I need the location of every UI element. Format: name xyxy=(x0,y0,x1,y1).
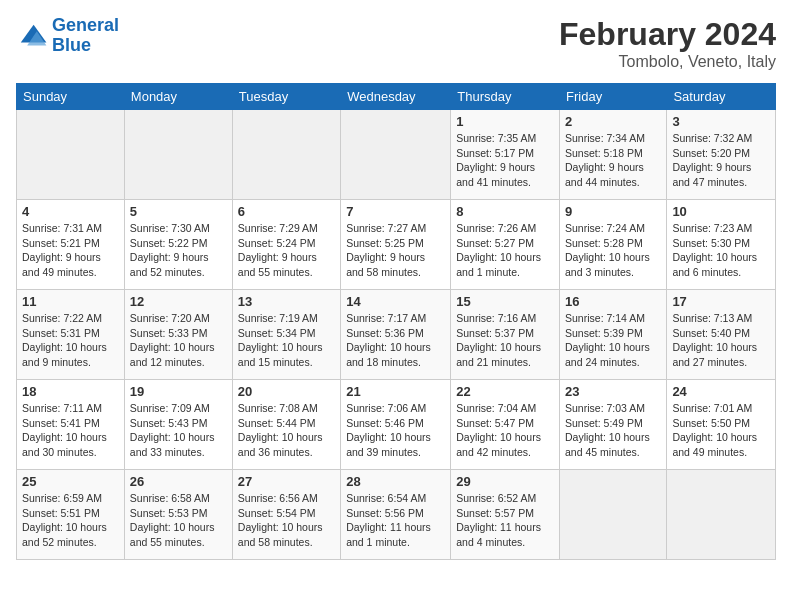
day-number: 2 xyxy=(565,114,661,129)
calendar-cell: 29Sunrise: 6:52 AMSunset: 5:57 PMDayligh… xyxy=(451,470,560,560)
day-number: 9 xyxy=(565,204,661,219)
calendar-cell: 17Sunrise: 7:13 AMSunset: 5:40 PMDayligh… xyxy=(667,290,776,380)
day-number: 12 xyxy=(130,294,227,309)
day-number: 20 xyxy=(238,384,335,399)
day-info: Sunrise: 7:16 AMSunset: 5:37 PMDaylight:… xyxy=(456,311,554,370)
day-number: 6 xyxy=(238,204,335,219)
calendar-cell: 5Sunrise: 7:30 AMSunset: 5:22 PMDaylight… xyxy=(124,200,232,290)
day-number: 19 xyxy=(130,384,227,399)
title-block: February 2024 Tombolo, Veneto, Italy xyxy=(559,16,776,71)
day-number: 4 xyxy=(22,204,119,219)
day-info: Sunrise: 7:35 AMSunset: 5:17 PMDaylight:… xyxy=(456,131,554,190)
location: Tombolo, Veneto, Italy xyxy=(559,53,776,71)
day-number: 23 xyxy=(565,384,661,399)
day-info: Sunrise: 7:01 AMSunset: 5:50 PMDaylight:… xyxy=(672,401,770,460)
calendar-cell xyxy=(560,470,667,560)
day-info: Sunrise: 6:59 AMSunset: 5:51 PMDaylight:… xyxy=(22,491,119,550)
calendar-cell: 2Sunrise: 7:34 AMSunset: 5:18 PMDaylight… xyxy=(560,110,667,200)
calendar-cell: 24Sunrise: 7:01 AMSunset: 5:50 PMDayligh… xyxy=(667,380,776,470)
day-number: 28 xyxy=(346,474,445,489)
logo-line2: Blue xyxy=(52,35,91,55)
calendar-cell: 20Sunrise: 7:08 AMSunset: 5:44 PMDayligh… xyxy=(232,380,340,470)
day-number: 16 xyxy=(565,294,661,309)
calendar-cell xyxy=(124,110,232,200)
day-number: 8 xyxy=(456,204,554,219)
day-number: 13 xyxy=(238,294,335,309)
weekday-header-friday: Friday xyxy=(560,84,667,110)
day-info: Sunrise: 7:20 AMSunset: 5:33 PMDaylight:… xyxy=(130,311,227,370)
weekday-header-wednesday: Wednesday xyxy=(341,84,451,110)
calendar-week-4: 18Sunrise: 7:11 AMSunset: 5:41 PMDayligh… xyxy=(17,380,776,470)
day-info: Sunrise: 7:03 AMSunset: 5:49 PMDaylight:… xyxy=(565,401,661,460)
calendar-cell: 4Sunrise: 7:31 AMSunset: 5:21 PMDaylight… xyxy=(17,200,125,290)
day-number: 7 xyxy=(346,204,445,219)
day-number: 29 xyxy=(456,474,554,489)
day-info: Sunrise: 7:24 AMSunset: 5:28 PMDaylight:… xyxy=(565,221,661,280)
day-number: 18 xyxy=(22,384,119,399)
day-info: Sunrise: 7:13 AMSunset: 5:40 PMDaylight:… xyxy=(672,311,770,370)
day-number: 3 xyxy=(672,114,770,129)
weekday-header-tuesday: Tuesday xyxy=(232,84,340,110)
day-number: 11 xyxy=(22,294,119,309)
calendar-cell: 25Sunrise: 6:59 AMSunset: 5:51 PMDayligh… xyxy=(17,470,125,560)
day-info: Sunrise: 7:04 AMSunset: 5:47 PMDaylight:… xyxy=(456,401,554,460)
day-number: 26 xyxy=(130,474,227,489)
day-info: Sunrise: 7:22 AMSunset: 5:31 PMDaylight:… xyxy=(22,311,119,370)
calendar-cell: 22Sunrise: 7:04 AMSunset: 5:47 PMDayligh… xyxy=(451,380,560,470)
calendar-cell: 14Sunrise: 7:17 AMSunset: 5:36 PMDayligh… xyxy=(341,290,451,380)
calendar-cell xyxy=(667,470,776,560)
day-info: Sunrise: 7:09 AMSunset: 5:43 PMDaylight:… xyxy=(130,401,227,460)
calendar-cell: 8Sunrise: 7:26 AMSunset: 5:27 PMDaylight… xyxy=(451,200,560,290)
day-info: Sunrise: 7:31 AMSunset: 5:21 PMDaylight:… xyxy=(22,221,119,280)
day-number: 25 xyxy=(22,474,119,489)
day-number: 17 xyxy=(672,294,770,309)
calendar-body: 1Sunrise: 7:35 AMSunset: 5:17 PMDaylight… xyxy=(17,110,776,560)
day-info: Sunrise: 7:30 AMSunset: 5:22 PMDaylight:… xyxy=(130,221,227,280)
day-info: Sunrise: 7:27 AMSunset: 5:25 PMDaylight:… xyxy=(346,221,445,280)
calendar-week-1: 1Sunrise: 7:35 AMSunset: 5:17 PMDaylight… xyxy=(17,110,776,200)
weekday-header-thursday: Thursday xyxy=(451,84,560,110)
weekday-row: SundayMondayTuesdayWednesdayThursdayFrid… xyxy=(17,84,776,110)
day-info: Sunrise: 7:29 AMSunset: 5:24 PMDaylight:… xyxy=(238,221,335,280)
calendar-cell xyxy=(232,110,340,200)
calendar-week-2: 4Sunrise: 7:31 AMSunset: 5:21 PMDaylight… xyxy=(17,200,776,290)
calendar-cell: 9Sunrise: 7:24 AMSunset: 5:28 PMDaylight… xyxy=(560,200,667,290)
day-number: 24 xyxy=(672,384,770,399)
calendar-cell: 23Sunrise: 7:03 AMSunset: 5:49 PMDayligh… xyxy=(560,380,667,470)
logo: General Blue xyxy=(16,16,119,56)
day-info: Sunrise: 6:56 AMSunset: 5:54 PMDaylight:… xyxy=(238,491,335,550)
calendar-cell: 6Sunrise: 7:29 AMSunset: 5:24 PMDaylight… xyxy=(232,200,340,290)
day-number: 14 xyxy=(346,294,445,309)
weekday-header-saturday: Saturday xyxy=(667,84,776,110)
day-info: Sunrise: 7:11 AMSunset: 5:41 PMDaylight:… xyxy=(22,401,119,460)
calendar-cell: 28Sunrise: 6:54 AMSunset: 5:56 PMDayligh… xyxy=(341,470,451,560)
day-info: Sunrise: 7:17 AMSunset: 5:36 PMDaylight:… xyxy=(346,311,445,370)
calendar-cell: 1Sunrise: 7:35 AMSunset: 5:17 PMDaylight… xyxy=(451,110,560,200)
calendar-cell: 26Sunrise: 6:58 AMSunset: 5:53 PMDayligh… xyxy=(124,470,232,560)
day-number: 22 xyxy=(456,384,554,399)
day-info: Sunrise: 7:34 AMSunset: 5:18 PMDaylight:… xyxy=(565,131,661,190)
weekday-header-sunday: Sunday xyxy=(17,84,125,110)
calendar-cell xyxy=(341,110,451,200)
calendar-cell: 21Sunrise: 7:06 AMSunset: 5:46 PMDayligh… xyxy=(341,380,451,470)
month-year: February 2024 xyxy=(559,16,776,53)
day-info: Sunrise: 7:23 AMSunset: 5:30 PMDaylight:… xyxy=(672,221,770,280)
day-info: Sunrise: 7:32 AMSunset: 5:20 PMDaylight:… xyxy=(672,131,770,190)
calendar-cell: 3Sunrise: 7:32 AMSunset: 5:20 PMDaylight… xyxy=(667,110,776,200)
day-info: Sunrise: 6:54 AMSunset: 5:56 PMDaylight:… xyxy=(346,491,445,550)
day-number: 1 xyxy=(456,114,554,129)
calendar-cell: 11Sunrise: 7:22 AMSunset: 5:31 PMDayligh… xyxy=(17,290,125,380)
calendar-week-3: 11Sunrise: 7:22 AMSunset: 5:31 PMDayligh… xyxy=(17,290,776,380)
day-info: Sunrise: 6:58 AMSunset: 5:53 PMDaylight:… xyxy=(130,491,227,550)
logo-line1: General xyxy=(52,15,119,35)
calendar-cell: 16Sunrise: 7:14 AMSunset: 5:39 PMDayligh… xyxy=(560,290,667,380)
calendar-header: SundayMondayTuesdayWednesdayThursdayFrid… xyxy=(17,84,776,110)
day-info: Sunrise: 7:06 AMSunset: 5:46 PMDaylight:… xyxy=(346,401,445,460)
calendar-cell: 19Sunrise: 7:09 AMSunset: 5:43 PMDayligh… xyxy=(124,380,232,470)
calendar-cell: 18Sunrise: 7:11 AMSunset: 5:41 PMDayligh… xyxy=(17,380,125,470)
calendar-cell: 15Sunrise: 7:16 AMSunset: 5:37 PMDayligh… xyxy=(451,290,560,380)
calendar-cell: 12Sunrise: 7:20 AMSunset: 5:33 PMDayligh… xyxy=(124,290,232,380)
day-number: 21 xyxy=(346,384,445,399)
calendar-cell: 7Sunrise: 7:27 AMSunset: 5:25 PMDaylight… xyxy=(341,200,451,290)
calendar-table: SundayMondayTuesdayWednesdayThursdayFrid… xyxy=(16,83,776,560)
